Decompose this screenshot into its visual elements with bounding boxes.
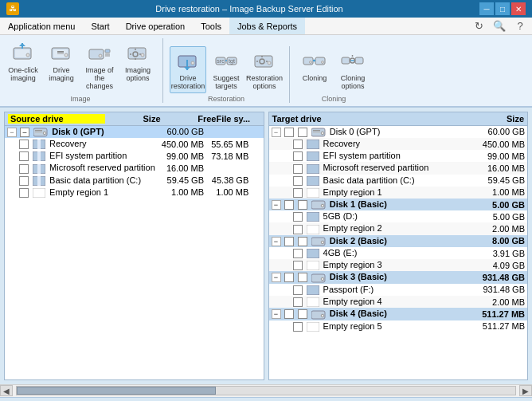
- scrollbar-thumb[interactable]: [17, 387, 216, 395]
- target-efi-check[interactable]: [293, 151, 303, 161]
- source-row-efi: EFI system partition: [5, 150, 158, 162]
- disk0-checkbox[interactable]: −: [20, 128, 29, 137]
- drive-imaging-icon: [49, 41, 74, 66]
- horizontal-scrollbar[interactable]: [16, 386, 516, 395]
- table-row[interactable]: Recovery 450.00 MB: [269, 138, 528, 150]
- table-row[interactable]: Recovery 450.00 MB 55.65 MB: [5, 138, 264, 150]
- suggest-targets-button[interactable]: srctgt Suggest targets: [208, 46, 244, 93]
- image-changes-button[interactable]: Image of the changes: [81, 38, 118, 93]
- target-empty2-size: 2.00 MB: [479, 222, 527, 234]
- target-empty5-check[interactable]: [293, 322, 303, 332]
- svg-point-71: [321, 205, 324, 208]
- target-tree[interactable]: − Disk 0 (GPT) 60.00 GB Recovery 450.00: [269, 126, 528, 379]
- one-click-imaging-icon: [10, 41, 36, 66]
- table-row[interactable]: − Disk 1 (Basic) 5.00 GB: [269, 199, 528, 211]
- menu-application[interactable]: Application menu: [0, 18, 83, 34]
- target-disk3-check1[interactable]: [284, 273, 294, 282]
- target-empty1-check[interactable]: [293, 188, 303, 198]
- scroll-right-button[interactable]: ▶: [519, 385, 532, 396]
- target-disk2-check1[interactable]: [284, 237, 294, 246]
- table-row[interactable]: 5GB (D:) 5.00 GB: [269, 210, 528, 222]
- table-row[interactable]: EFI system partition 99.00 MB 73.18 MB: [5, 150, 264, 162]
- table-row[interactable]: Basic data partition (C:) 59.45 GB: [269, 175, 528, 187]
- close-button[interactable]: ✕: [511, 2, 526, 15]
- table-row[interactable]: − Disk 2 (Basic) 8.00 GB: [269, 235, 528, 248]
- empty-region-icon: [307, 297, 319, 307]
- target-disk1-size: 5.00 GB: [479, 199, 527, 211]
- drive-restoration-button[interactable]: Drive restoration: [170, 46, 206, 93]
- minimize-button[interactable]: ─: [479, 2, 494, 15]
- scroll-left-button[interactable]: ◀: [0, 385, 13, 396]
- target-empty5: Empty region 5: [269, 320, 480, 332]
- drive-imaging-button[interactable]: Drive imaging: [43, 38, 80, 93]
- target-empty4-check[interactable]: [293, 297, 303, 307]
- partition-icon: [33, 176, 45, 186]
- table-row[interactable]: Empty region 5 511.27 MB: [269, 320, 528, 332]
- target-4gb-check[interactable]: [293, 249, 303, 258]
- target-disk1-check2[interactable]: [298, 200, 307, 210]
- table-row[interactable]: Empty region 2 2.00 MB: [269, 222, 528, 234]
- table-row[interactable]: EFI system partition 99.00 MB: [269, 150, 528, 162]
- target-expand-disk2[interactable]: −: [272, 237, 281, 246]
- table-row[interactable]: Empty region 4 2.00 MB: [269, 296, 528, 308]
- cloning-button[interactable]: Cloning: [296, 46, 333, 93]
- table-row[interactable]: Microsoft reserved partition 16.00 MB: [269, 162, 528, 174]
- table-row[interactable]: Basic data partition (C:) 59.45 GB 45.38…: [5, 175, 264, 187]
- restoration-options-button[interactable]: Restoration options: [246, 46, 283, 93]
- drive-restoration-icon: [175, 49, 201, 74]
- target-disk0-checkbox2[interactable]: [298, 128, 307, 137]
- target-efi-size: 99.00 MB: [479, 150, 527, 162]
- table-row[interactable]: Microsoft reserved partition 16.00 MB: [5, 162, 264, 174]
- help-icon[interactable]: ?: [511, 18, 529, 35]
- partition-icon: [307, 212, 319, 222]
- refresh-icon[interactable]: ↻: [470, 18, 487, 35]
- table-row[interactable]: − − Disk 0 (GPT) 60.00 GB: [5, 126, 264, 139]
- table-row[interactable]: Passport (F:) 931.48 GB: [269, 284, 528, 296]
- target-empty2-check[interactable]: [293, 225, 303, 234]
- maximize-button[interactable]: □: [495, 2, 510, 15]
- target-expand-disk1[interactable]: −: [272, 200, 281, 210]
- c-checkbox[interactable]: [19, 176, 29, 186]
- svg-rect-69: [307, 188, 319, 198]
- empty-region-icon: [307, 188, 319, 198]
- target-5gb-check[interactable]: [293, 212, 303, 222]
- target-disk4-check1[interactable]: [284, 309, 294, 319]
- target-disk3-check2[interactable]: [298, 273, 307, 282]
- msr-checkbox[interactable]: [19, 164, 29, 174]
- imaging-options-button[interactable]: Imaging options: [119, 38, 156, 93]
- source-tree[interactable]: − − Disk 0 (GPT) 60.00 GB Recovery: [5, 126, 264, 379]
- target-c-check[interactable]: [293, 176, 303, 186]
- target-expand-disk3[interactable]: −: [272, 273, 281, 282]
- target-msr-check[interactable]: [293, 164, 303, 174]
- svg-rect-66: [307, 151, 319, 161]
- recovery-size: 450.00 MB: [158, 138, 206, 150]
- target-expand-disk4[interactable]: −: [272, 309, 281, 319]
- menu-jobs-reports[interactable]: Jobs & Reports: [229, 18, 305, 34]
- table-row[interactable]: − Disk 3 (Basic) 931.48 GB: [269, 271, 528, 284]
- table-row[interactable]: Empty region 1 1.00 MB 1.00 MB: [5, 187, 264, 199]
- table-row[interactable]: − Disk 0 (GPT) 60.00 GB: [269, 126, 528, 139]
- one-click-imaging-button[interactable]: One-click imaging: [5, 38, 41, 93]
- menu-start[interactable]: Start: [83, 18, 117, 34]
- menu-drive-operation[interactable]: Drive operation: [118, 18, 194, 34]
- table-row[interactable]: Empty region 1 1.00 MB: [269, 187, 528, 199]
- target-expand-disk0[interactable]: −: [272, 128, 281, 137]
- table-row[interactable]: 4GB (E:) 3.91 GB: [269, 247, 528, 259]
- target-disk0-checkbox[interactable]: [284, 128, 294, 137]
- target-c-size: 59.45 GB: [479, 175, 527, 187]
- target-disk4-check2[interactable]: [298, 309, 307, 319]
- target-disk2-check2[interactable]: [298, 237, 307, 246]
- expand-disk0-icon[interactable]: −: [7, 128, 17, 137]
- menu-tools[interactable]: Tools: [193, 18, 229, 34]
- table-row[interactable]: Empty region 3 4.09 GB: [269, 259, 528, 271]
- target-empty3-check[interactable]: [293, 261, 303, 270]
- efi-checkbox[interactable]: [19, 151, 29, 161]
- table-row[interactable]: − Disk 4 (Basic) 511.27 MB: [269, 308, 528, 320]
- target-recovery-check[interactable]: [293, 140, 303, 149]
- empty1-checkbox[interactable]: [19, 188, 29, 198]
- cloning-options-button[interactable]: Cloning options: [334, 46, 371, 93]
- zoom-icon[interactable]: 🔍: [491, 18, 508, 35]
- target-disk1-check1[interactable]: [284, 200, 294, 210]
- recovery-checkbox[interactable]: [19, 140, 29, 149]
- target-passport-check[interactable]: [293, 285, 303, 295]
